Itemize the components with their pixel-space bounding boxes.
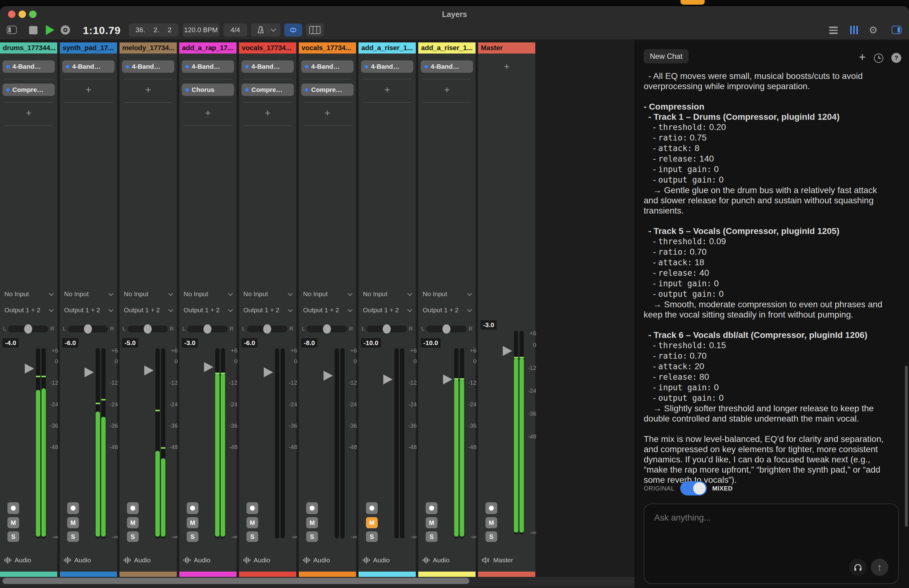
plugin-slot[interactable]: Compre… xyxy=(2,84,55,96)
pan-slider[interactable] xyxy=(367,326,406,333)
mute-button[interactable]: M xyxy=(426,517,437,528)
sidebar-toggle-icon[interactable] xyxy=(7,26,17,34)
output-select[interactable]: Output 1 + 2 xyxy=(418,304,476,316)
solo-button[interactable]: S xyxy=(306,531,318,542)
fader-handle[interactable] xyxy=(144,365,154,375)
plugin-slot[interactable]: 4-Band… xyxy=(122,60,174,73)
input-select[interactable]: No Input xyxy=(120,288,177,300)
track-name-header[interactable]: vocals_17734... xyxy=(299,42,356,53)
mixer-view-icon[interactable] xyxy=(850,26,858,34)
record-enable-button[interactable] xyxy=(366,502,378,514)
output-select[interactable]: Output 1 + 2 xyxy=(60,304,117,316)
volume-db-value[interactable]: -10.0 xyxy=(421,338,441,347)
input-select[interactable]: No Input xyxy=(60,288,117,300)
volume-db-value[interactable]: -4.0 xyxy=(2,338,19,347)
plugin-slot[interactable]: Compre… xyxy=(301,84,354,96)
record-enable-button[interactable] xyxy=(127,502,139,514)
history-icon[interactable] xyxy=(874,53,883,63)
pan-slider[interactable] xyxy=(426,326,466,333)
chevron-down-icon[interactable] xyxy=(270,27,276,32)
scrollbar-thumb[interactable] xyxy=(2,578,469,584)
add-plugin-button[interactable]: + xyxy=(2,107,55,119)
plugin-slot[interactable]: 4-Band… xyxy=(62,60,115,73)
original-mixed-toggle[interactable] xyxy=(680,481,707,496)
record-enable-button[interactable] xyxy=(7,502,19,514)
mute-button[interactable]: M xyxy=(485,517,497,528)
track-name-header[interactable]: add_a_riser_1... xyxy=(359,42,416,53)
pan-slider[interactable] xyxy=(8,326,48,333)
pan-knob[interactable] xyxy=(323,324,331,334)
record-enable-button[interactable] xyxy=(426,502,437,514)
plugin-slot[interactable]: 4-Band… xyxy=(182,60,234,73)
record-enable-button[interactable] xyxy=(306,502,318,514)
plugin-slot[interactable]: 4-Band… xyxy=(421,60,473,73)
record-enable-button[interactable] xyxy=(246,502,258,514)
record-enable-button[interactable] xyxy=(67,502,79,514)
pan-knob[interactable] xyxy=(263,324,271,334)
fader-handle[interactable] xyxy=(383,375,393,384)
mute-button[interactable]: M xyxy=(187,517,199,528)
fader-handle[interactable] xyxy=(25,363,34,373)
output-select[interactable]: Output 1 + 2 xyxy=(179,304,236,316)
add-plugin-button[interactable]: + xyxy=(122,84,174,96)
pan-knob[interactable] xyxy=(442,324,450,334)
volume-db-value[interactable]: -3.0 xyxy=(182,338,198,347)
pan-slider[interactable] xyxy=(68,326,108,333)
track-name-header[interactable]: melody_17734... xyxy=(120,42,177,53)
solo-button[interactable]: S xyxy=(67,531,79,542)
loop-button[interactable] xyxy=(284,24,302,37)
add-plugin-button[interactable]: + xyxy=(241,107,294,119)
fader-handle[interactable] xyxy=(204,362,214,372)
tracks-list-icon[interactable] xyxy=(829,27,838,36)
input-select[interactable]: No Input xyxy=(359,288,416,300)
track-name-header[interactable]: synth_pad_17... xyxy=(60,42,117,53)
plugin-slot[interactable]: Chorus xyxy=(182,84,234,96)
record-button[interactable] xyxy=(61,25,70,35)
mute-button[interactable]: M xyxy=(246,517,258,528)
bar-beat-display[interactable]: 36. 2. 2 xyxy=(129,24,178,37)
mute-button[interactable]: M xyxy=(127,517,139,528)
plugin-slot[interactable]: 4-Band… xyxy=(301,60,354,73)
record-enable-button[interactable] xyxy=(485,502,497,514)
track-name-header[interactable]: add_a_rap_17... xyxy=(179,42,236,53)
mute-button[interactable]: M xyxy=(306,517,318,528)
new-chat-plus-icon[interactable]: + xyxy=(856,51,869,63)
solo-button[interactable]: S xyxy=(7,531,19,542)
input-select[interactable]: No Input xyxy=(179,288,236,300)
volume-db-value[interactable]: -3.0 xyxy=(480,320,497,330)
right-panel-toggle-icon[interactable] xyxy=(892,26,902,34)
pan-slider[interactable] xyxy=(307,326,347,333)
play-button[interactable] xyxy=(46,25,55,35)
add-plugin-button[interactable]: + xyxy=(421,84,473,96)
track-name-header[interactable]: Master xyxy=(478,42,535,53)
pan-knob[interactable] xyxy=(383,324,391,334)
add-plugin-button[interactable]: + xyxy=(182,107,234,119)
output-select[interactable]: Output 1 + 2 xyxy=(239,304,296,316)
volume-db-value[interactable]: -6.0 xyxy=(241,338,257,347)
time-signature-display[interactable]: 4/4 xyxy=(223,24,247,37)
track-name-header[interactable]: drums_177344... xyxy=(0,42,57,53)
output-select[interactable]: Output 1 + 2 xyxy=(299,304,356,316)
pan-knob[interactable] xyxy=(144,324,152,334)
output-select[interactable]: Output 1 + 2 xyxy=(0,304,57,316)
chat-scrollbar-thumb[interactable] xyxy=(905,366,908,527)
fader-handle[interactable] xyxy=(84,367,94,377)
help-icon[interactable]: ? xyxy=(891,53,901,63)
pan-knob[interactable] xyxy=(204,324,212,334)
fader-handle[interactable] xyxy=(323,371,333,381)
plugin-slot[interactable]: 4-Band… xyxy=(241,60,294,73)
pan-slider[interactable] xyxy=(247,326,287,333)
solo-button[interactable]: S xyxy=(426,531,437,542)
new-chat-button[interactable]: New Chat xyxy=(644,49,689,63)
solo-button[interactable]: S xyxy=(246,531,258,542)
stop-button[interactable] xyxy=(29,26,37,34)
mute-button[interactable]: M xyxy=(67,517,79,528)
mute-button[interactable]: M xyxy=(7,517,19,528)
output-select[interactable]: Output 1 + 2 xyxy=(359,304,416,316)
fader-handle[interactable] xyxy=(264,367,273,377)
input-select[interactable]: No Input xyxy=(0,288,57,300)
output-select[interactable]: Output 1 + 2 xyxy=(120,304,177,316)
gear-icon[interactable]: ⚙ xyxy=(869,24,878,36)
voice-mode-button[interactable] xyxy=(849,559,867,576)
metronome-button[interactable] xyxy=(251,24,280,37)
